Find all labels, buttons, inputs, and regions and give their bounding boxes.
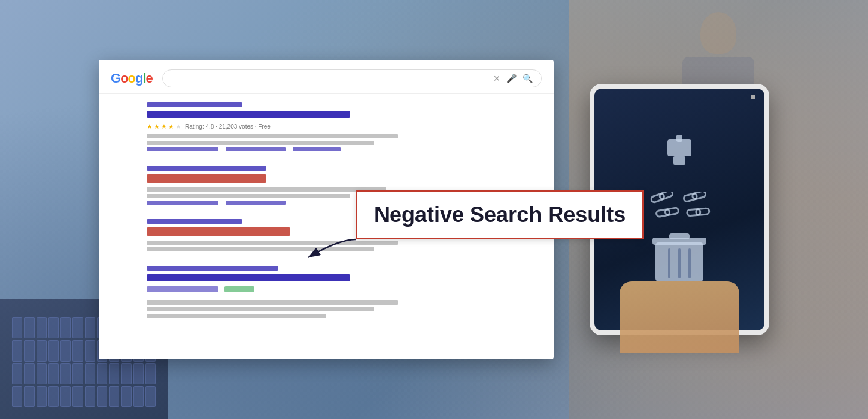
label-text: Negative Search Results [374, 202, 626, 227]
desc-line-4b [147, 307, 374, 311]
result-title-4 [147, 274, 350, 281]
star3: ★ [161, 123, 167, 130]
svg-rect-9 [665, 207, 679, 215]
desc-line-1b [147, 141, 374, 145]
logo-g: G [111, 71, 120, 86]
svg-rect-2 [673, 156, 685, 165]
broken-links-area [638, 192, 721, 221]
logo-o2: o [128, 71, 135, 86]
result-url-2 [147, 166, 266, 171]
search-input-wrapper[interactable]: ✕ 🎤 🔍 [162, 69, 542, 87]
main-content: Google ✕ 🎤 🔍 ★ ★ [0, 0, 868, 419]
logo-o1: o [120, 71, 128, 86]
result-url-1 [147, 102, 242, 107]
result-title-negative-1 [147, 174, 266, 183]
result-item-1: ★ ★ ★ ★ ★ Rating: 4.8 · 21,203 votes · F… [147, 102, 542, 151]
logo-g2: g [135, 71, 142, 86]
google-logo: Google [111, 71, 153, 86]
star1: ★ [147, 123, 153, 130]
star5: ★ [175, 123, 181, 130]
arrow-svg [290, 233, 362, 269]
result-title-1 [147, 111, 350, 118]
svg-rect-7 [692, 192, 706, 200]
clear-icon[interactable]: ✕ [493, 74, 500, 83]
svg-rect-5 [659, 192, 673, 200]
mic-icon[interactable]: 🎤 [506, 74, 517, 83]
result-item-4 [147, 266, 542, 318]
rating-value: Rating: 4.8 · 21,203 votes · Free [185, 123, 271, 130]
arrow-container [290, 233, 362, 272]
tablet-camera [751, 95, 755, 99]
svg-rect-17 [669, 233, 690, 239]
desc-line-1a [147, 134, 398, 138]
links-row [147, 147, 542, 151]
link-2 [226, 147, 286, 151]
result-url-4 [147, 266, 278, 271]
desc-line-4c [147, 314, 326, 318]
rating-row: ★ ★ ★ ★ ★ Rating: 4.8 · 21,203 votes · F… [147, 123, 542, 130]
stamp-svg [655, 135, 703, 183]
link-3 [293, 147, 341, 151]
desc-line-2b [147, 194, 350, 198]
result-url-3 [147, 219, 242, 224]
search-card: Google ✕ 🎤 🔍 ★ ★ [99, 60, 554, 359]
svg-rect-1 [667, 139, 691, 156]
link-2a [147, 201, 218, 205]
svg-rect-4 [651, 193, 665, 203]
desc-line-2a [147, 187, 386, 192]
link-1 [147, 147, 218, 151]
trash-svg [647, 230, 712, 284]
link-2b [226, 201, 286, 205]
search-icon[interactable]: 🔍 [523, 74, 533, 83]
stars: ★ ★ ★ ★ ★ [147, 123, 181, 130]
svg-rect-11 [696, 208, 709, 215]
star4: ★ [168, 123, 174, 130]
hand-holding [620, 281, 739, 353]
search-bar: Google ✕ 🎤 🔍 [99, 60, 554, 94]
logo-e: e [146, 71, 153, 86]
result-title-negative-2 [147, 227, 290, 236]
svg-rect-3 [676, 135, 682, 142]
desc-line-4a [147, 300, 398, 305]
svg-rect-6 [683, 193, 697, 202]
search-icons: ✕ 🎤 🔍 [493, 74, 533, 83]
star2: ★ [154, 123, 160, 130]
delete-icon-wrapper [638, 135, 721, 284]
search-input[interactable] [171, 74, 488, 83]
label-box: Negative Search Results [356, 190, 644, 239]
links-svg [644, 192, 721, 221]
